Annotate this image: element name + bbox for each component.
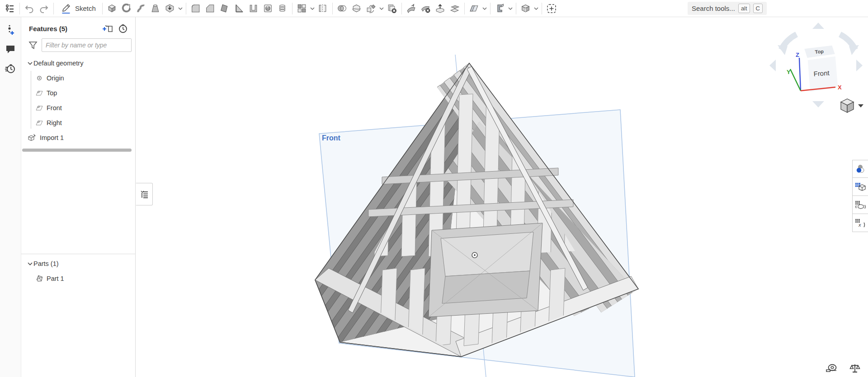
sketch-button[interactable]: Sketch <box>56 1 100 16</box>
delete-face-button[interactable] <box>419 1 433 16</box>
chevron-down-icon <box>482 7 487 10</box>
linear-pattern-button[interactable] <box>295 1 309 16</box>
toolbar-separator <box>490 3 491 14</box>
thicken-button[interactable] <box>163 1 177 16</box>
folder-add-icon <box>102 23 113 33</box>
tree-item-front-plane[interactable]: Front <box>21 100 135 115</box>
front-plane-label[interactable]: Front <box>322 134 341 142</box>
redo-button[interactable] <box>37 1 51 16</box>
transform-button[interactable] <box>364 1 378 16</box>
chevron-down-icon[interactable] <box>26 262 33 265</box>
configuration-variables-tab[interactable]: x <box>852 214 868 232</box>
delete-face-icon <box>420 3 431 14</box>
import-icon <box>27 134 36 141</box>
feature-list-flyout-tab[interactable] <box>136 183 153 205</box>
replace-face-icon <box>434 3 446 14</box>
cube-front-label[interactable]: Front <box>813 69 830 78</box>
chevron-down-icon[interactable] <box>858 104 863 107</box>
feature-list-toggle-button[interactable] <box>3 1 17 16</box>
split-button[interactable] <box>349 1 364 16</box>
boolean-icon <box>336 3 348 14</box>
rotate-right-arrow[interactable] <box>856 60 863 71</box>
follow-mode-button[interactable] <box>4 23 17 37</box>
sheet-metal-button[interactable] <box>493 1 507 16</box>
enclose-dropdown[interactable] <box>533 1 539 16</box>
sheet-metal-dropdown[interactable] <box>507 1 514 16</box>
plane-dropdown[interactable] <box>481 1 488 16</box>
filter-button[interactable] <box>28 40 38 51</box>
toolbar-separator <box>516 3 516 14</box>
rotate-left-arrow[interactable] <box>769 60 776 71</box>
extrude-button[interactable] <box>105 1 119 16</box>
new-folder-button[interactable] <box>102 23 113 34</box>
draft-icon <box>219 3 230 14</box>
sweep-button[interactable] <box>134 1 148 16</box>
plane-button[interactable] <box>467 1 481 16</box>
shell-icon <box>248 3 259 14</box>
viewport-bottom-tools <box>825 363 862 374</box>
toolbar-separator <box>19 3 20 14</box>
features-panel-title: Features (5) <box>29 25 98 33</box>
undo-button[interactable] <box>22 1 37 16</box>
hole-button[interactable] <box>261 1 275 16</box>
search-tools-label: Search tools... <box>692 5 735 12</box>
chevron-down-icon[interactable] <box>26 61 33 65</box>
tree-group-default-geometry[interactable]: Default geometry <box>21 56 135 70</box>
toolbar-separator <box>332 3 333 14</box>
move-face-button[interactable] <box>404 1 419 16</box>
offset-surface-button[interactable] <box>448 1 462 16</box>
mirror-button[interactable] <box>316 1 330 16</box>
fillet-button[interactable] <box>189 1 203 16</box>
shell-button[interactable] <box>246 1 261 16</box>
comments-button[interactable] <box>4 42 17 56</box>
enclose-button[interactable] <box>519 1 533 16</box>
tree-item-label: Origin <box>47 74 64 82</box>
feature-tree: Default geometry Origin Top Front <box>21 55 135 152</box>
pattern-dropdown[interactable] <box>309 1 316 16</box>
rotate-up-arrow[interactable] <box>812 23 824 29</box>
sketch-pencil-icon <box>60 3 72 14</box>
configurations-tab[interactable] <box>852 178 868 196</box>
history-button[interactable] <box>4 62 17 75</box>
configured-features-tab[interactable] <box>852 196 868 214</box>
revolve-button[interactable] <box>119 1 134 16</box>
part-icon <box>35 275 44 282</box>
chamfer-button[interactable] <box>203 1 217 16</box>
tree-item-label: Front <box>47 104 62 112</box>
toolbar-separator <box>464 3 465 14</box>
appearance-tab[interactable] <box>852 160 868 178</box>
draft-button[interactable] <box>217 1 232 16</box>
transform-icon <box>365 3 377 14</box>
split-icon <box>351 3 362 14</box>
transform-dropdown[interactable] <box>378 1 385 16</box>
parts-item-part-1[interactable]: Part 1 <box>21 271 135 286</box>
tree-item-top-plane[interactable]: Top <box>21 85 135 100</box>
parts-group-row[interactable]: Parts (1) <box>21 256 135 271</box>
view-cube[interactable]: Top Front Z Y X <box>769 22 868 119</box>
tree-item-right-plane[interactable]: Right <box>21 115 135 130</box>
cube-top-label[interactable]: Top <box>815 48 824 55</box>
features-panel-header: Features (5) <box>21 17 135 36</box>
view-cube-body[interactable]: Top Front <box>803 44 839 93</box>
tree-item-origin[interactable]: Origin <box>21 70 135 85</box>
mass-properties-button[interactable] <box>848 363 862 374</box>
rollback-button[interactable] <box>117 23 129 34</box>
view-mode-selector[interactable] <box>841 99 863 112</box>
tree-item-import-1[interactable]: Import 1 <box>21 130 135 145</box>
loft-button[interactable] <box>148 1 163 16</box>
horizontal-scrollbar[interactable] <box>22 149 132 152</box>
filter-input[interactable] <box>42 38 132 52</box>
origin-marker[interactable] <box>472 252 477 258</box>
thicken-dropdown[interactable] <box>177 1 184 16</box>
right-panel-tabs: x <box>852 160 868 232</box>
insert-derived-button[interactable] <box>544 1 559 16</box>
move-face-icon <box>406 3 417 14</box>
search-tools-button[interactable]: Search tools... alt C <box>688 2 767 15</box>
cylinder-button[interactable] <box>275 1 290 16</box>
delete-part-button[interactable] <box>385 1 399 16</box>
rotate-down-arrow[interactable] <box>812 101 824 107</box>
measure-button[interactable] <box>825 363 838 374</box>
rib-button[interactable] <box>232 1 246 16</box>
replace-face-button[interactable] <box>433 1 448 16</box>
boolean-button[interactable] <box>335 1 349 16</box>
